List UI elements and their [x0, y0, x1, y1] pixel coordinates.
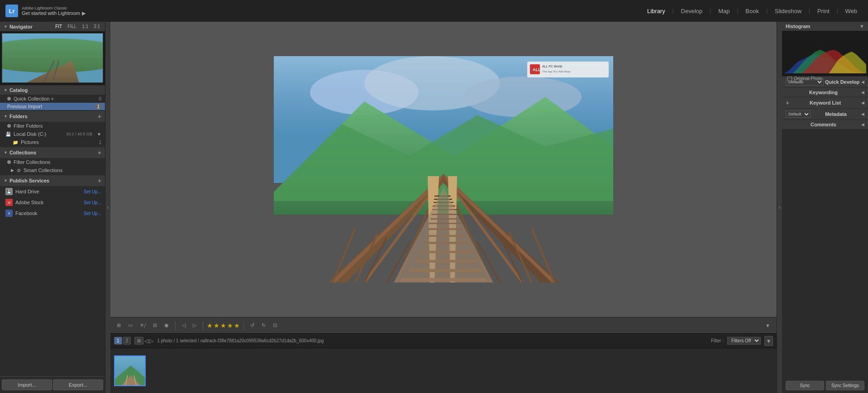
left-panel-collapse[interactable]: ‹ [105, 22, 110, 393]
navigator-header[interactable]: ▼ Navigator FIT FILL 1:1 3:1 [0, 22, 105, 31]
navigator-options: FIT FILL 1:1 3:1 [54, 24, 101, 29]
nav-print[interactable]: Print [812, 6, 835, 16]
rotate-ccw-button[interactable]: ↺ [248, 321, 257, 330]
import-button[interactable]: Import... [2, 379, 52, 390]
star-5[interactable]: ★ [234, 322, 240, 329]
nav-develop[interactable]: Develop [676, 6, 708, 16]
comments-header[interactable]: Comments ◀ [782, 120, 868, 129]
prev-filmstrip-arrow[interactable]: ◁ [144, 337, 148, 345]
facebook-setup[interactable]: Set Up... [84, 211, 101, 216]
filmstrip-thumbnail[interactable] [114, 355, 146, 386]
nav-sep-2: | [710, 8, 711, 14]
keyword-list-plus[interactable]: + [786, 99, 789, 106]
toolbar-sep-2 [203, 321, 203, 330]
navigator-triangle: ▼ [4, 24, 8, 29]
next-filmstrip-arrow[interactable]: ▷ [149, 337, 153, 345]
right-panel-collapse[interactable]: › [777, 22, 782, 393]
filter-folders-item[interactable]: Filter Folders [0, 122, 105, 130]
collections-header[interactable]: ▼ Collections + [0, 147, 105, 158]
prev-button[interactable]: ◁ [179, 321, 188, 330]
keywording-header[interactable]: Keywording ◀ [782, 88, 868, 97]
hard-drive-publish-item[interactable]: 💾 Hard Drive Set Up... [0, 186, 105, 197]
star-rating[interactable]: ★ ★ ★ ★ ★ [207, 322, 240, 329]
navigator-section: ▼ Navigator FIT FILL 1:1 3:1 [0, 22, 105, 85]
nav-3-1[interactable]: 3:1 [92, 24, 101, 29]
nav-web[interactable]: Web [840, 6, 863, 16]
histogram-header[interactable]: Histogram ▼ [782, 22, 868, 31]
nav-fit[interactable]: FIT [54, 24, 63, 29]
smart-collections-item[interactable]: ▶ ⚙ Smart Collections [0, 166, 105, 174]
metadata-preset-select[interactable]: Default [786, 110, 811, 118]
loupe-view-button[interactable]: ▭ [125, 321, 135, 330]
catalog-title: Catalog [10, 87, 101, 93]
local-disk-item[interactable]: 💾 Local Disk (C:) 33.2 / 49.5 GB ▼ [0, 130, 105, 138]
pictures-label: Pictures [21, 139, 96, 145]
filter-select[interactable]: Filters Off [727, 337, 761, 345]
rotate-cw-button[interactable]: ↻ [259, 321, 268, 330]
keywording-triangle: ◀ [861, 90, 864, 95]
catalog-section: ▼ Catalog Quick Collection + 0 Previous … [0, 86, 105, 110]
navigator-image [2, 33, 103, 83]
pictures-folder-item[interactable]: 📁 Pictures 1 [0, 138, 105, 146]
nav-sep-5: | [809, 8, 810, 14]
grid-small-button[interactable]: ⊞ [134, 337, 143, 345]
facebook-publish-item[interactable]: f Facebook Set Up... [0, 208, 105, 219]
app-name: Adobe Lightroom Classic [22, 6, 86, 10]
keyword-list-title: Keyword List [789, 100, 861, 105]
metadata-header[interactable]: Default Metadata ◀ [782, 109, 868, 120]
filter-folders-label: Filter Folders [14, 123, 101, 129]
nav-library[interactable]: Library [642, 6, 671, 16]
export-button[interactable]: Export... [53, 379, 103, 390]
overlay-button[interactable]: ⊡ [270, 321, 280, 330]
status-info: 1 photo / 1 selected / railtrack-f38e788… [157, 338, 707, 343]
bottom-buttons: Import... Export... [0, 376, 105, 393]
star-2[interactable]: ★ [214, 322, 219, 329]
hard-drive-setup[interactable]: Set Up... [84, 189, 101, 194]
folders-add-button[interactable]: + [98, 113, 101, 120]
sync-button[interactable]: Sync [786, 381, 824, 390]
navigator-title: Navigator [10, 24, 52, 29]
sync-settings-button[interactable]: Sync Settings [826, 381, 864, 390]
compare-view-button[interactable]: ✕⧸ [137, 321, 148, 330]
star-4[interactable]: ★ [227, 322, 233, 329]
collections-body: Filter Collections ▶ ⚙ Smart Collections [0, 158, 105, 174]
folders-header[interactable]: ▼ Folders + [0, 111, 105, 122]
nav-book[interactable]: Book [740, 6, 764, 16]
catalog-header[interactable]: ▼ Catalog [0, 86, 105, 95]
publish-add-button[interactable]: + [98, 177, 101, 184]
quick-collection-item[interactable]: Quick Collection + 0 [0, 95, 105, 103]
view-btn-1[interactable]: 1 [114, 337, 122, 345]
star-1[interactable]: ★ [207, 322, 213, 329]
nav-fill[interactable]: FILL [66, 24, 78, 29]
original-photo-checkbox[interactable] [787, 77, 792, 81]
quick-collection-dot [7, 97, 11, 101]
people-view-button[interactable]: ◉ [162, 321, 172, 330]
adobe-stock-publish-item[interactable]: St Adobe Stock Set Up... [0, 197, 105, 208]
survey-view-button[interactable]: ⊟ [150, 321, 160, 330]
nav-slideshow[interactable]: Slideshow [769, 6, 807, 16]
keyword-list-header[interactable]: + Keyword List ◀ [782, 97, 868, 108]
publish-services-header[interactable]: ▼ Publish Services + [0, 175, 105, 186]
filter-collections-item[interactable]: Filter Collections [0, 158, 105, 166]
folders-title: Folders [10, 114, 96, 119]
previous-import-item[interactable]: Previous Import 1 [0, 103, 105, 110]
collections-add-button[interactable]: + [98, 149, 101, 156]
nav-1-1[interactable]: 1:1 [81, 24, 90, 29]
nav-sep-6: | [837, 8, 838, 14]
original-photo-label: Original Photo [794, 76, 822, 81]
filmstrip-expand[interactable]: ▾ [764, 336, 773, 346]
photo-container: ALL ALL PC World The App You Told Away [274, 56, 613, 283]
view-btn-2[interactable]: 2 [123, 337, 131, 345]
grid-view-button[interactable]: ⊞ [114, 321, 124, 330]
publish-services-title: Publish Services [10, 178, 96, 183]
toolbar-dropdown[interactable]: ▼ [763, 321, 773, 330]
nav-sep-4: | [766, 8, 768, 14]
navigator-preview [0, 31, 105, 85]
star-3[interactable]: ★ [220, 322, 226, 329]
subtitle-arrow[interactable]: ▶ [82, 10, 86, 16]
nav-map[interactable]: Map [713, 6, 735, 16]
next-button[interactable]: ▷ [190, 321, 199, 330]
adobe-stock-setup[interactable]: Set Up... [84, 200, 101, 205]
disk-expand-arrow[interactable]: ▼ [97, 132, 101, 137]
metadata-title: Metadata [811, 111, 861, 117]
